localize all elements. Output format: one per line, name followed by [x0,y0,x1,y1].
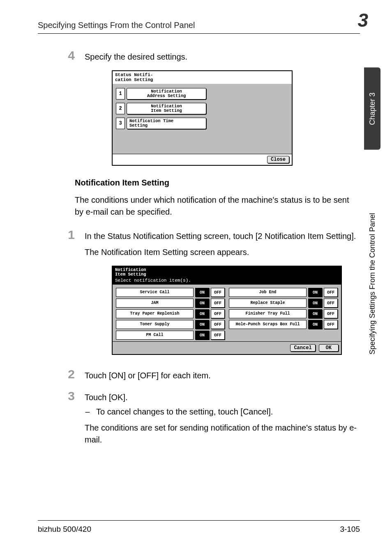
lcd-screenshot-notification-item: Notification Item Setting Select notific… [112,266,360,355]
lcd2-empty-cell [229,331,338,340]
step-3: 3 Touch [OK]. – To cancel changes to the… [38,389,360,446]
on-button[interactable]: ON [195,331,209,340]
on-button[interactable]: ON [195,320,209,329]
off-button[interactable]: OFF [324,288,338,297]
lcd2-cell: JAM ON OFF [116,299,225,308]
step-2: 2 Touch [ON] or [OFF] for each item. [38,367,360,382]
section-heading: Notification Item Setting [75,178,360,188]
dash-icon: – [85,406,90,418]
lcd1-row-index: 2 [116,103,125,114]
item-pm-call: PM Call [116,331,194,340]
step-number: 3 [38,389,75,403]
lcd1-title-line1: Status Notifi- [115,73,289,78]
section-paragraph: The conditions under which notification … [75,194,360,218]
step1-main: In the Status Notification Setting scree… [85,230,360,242]
notification-address-setting-button[interactable]: Notification Address Setting [127,88,206,100]
lcd1-row: 3 Notification Time Setting [116,118,288,129]
lcd1-title-line2: cation Setting [115,78,289,83]
lcd1-btn-line2: Address Setting [129,94,203,98]
on-button[interactable]: ON [308,309,322,318]
notification-time-setting-button[interactable]: Notification Time Setting [127,118,206,129]
close-button[interactable]: Close [267,156,289,163]
ok-button[interactable]: OK [319,344,339,352]
item-finisher-tray-full: Finisher Tray Full [229,309,307,318]
off-button[interactable]: OFF [211,331,225,340]
lcd1-btn-line2: Item Setting [129,109,203,113]
lcd1-row-index: 1 [116,88,125,100]
lcd1-row-index: 3 [116,118,125,129]
off-button[interactable]: OFF [211,299,225,308]
lcd2-subtitle: Select notification item(s). [113,278,341,285]
footer-right: 3-105 [340,525,360,534]
lcd2-cell: Finisher Tray Full ON OFF [229,309,338,318]
on-button[interactable]: ON [308,299,322,308]
lcd-screenshot-status-notification: Status Notifi- cation Setting 1 Notifica… [112,70,360,166]
lcd1-body: 1 Notification Address Setting 2 Notific… [113,84,292,154]
running-title: Specifying Settings From the Control Pan… [38,21,195,30]
notification-item-setting-button[interactable]: Notification Item Setting [127,103,206,114]
header-row: Specifying Settings From the Control Pan… [38,21,360,34]
on-button[interactable]: ON [308,320,322,329]
item-replace-staple: Replace Staple [229,299,307,308]
lcd1-row: 1 Notification Address Setting [116,88,288,100]
lcd2-title-line2: Item Setting [115,272,339,277]
step-number: 2 [38,367,75,381]
off-button[interactable]: OFF [324,309,338,318]
lcd1-panel: Status Notifi- cation Setting 1 Notifica… [112,70,293,166]
off-button[interactable]: OFF [211,320,225,329]
on-button[interactable]: ON [195,299,209,308]
page-footer: bizhub 500/420 3-105 [38,520,360,534]
lcd2-cell: Toner Supply ON OFF [116,320,225,329]
on-button[interactable]: ON [195,288,209,297]
on-button[interactable]: ON [308,288,322,297]
item-toner-supply: Toner Supply [116,320,194,329]
item-job-end: Job End [229,288,307,297]
step-1: 1 In the Status Notification Setting scr… [38,228,360,258]
lcd2-grid: Service Call ON OFF Job End ON OFF JAM [116,288,338,340]
step-text: Specify the desired settings. [85,49,360,63]
step-text: Touch [ON] or [OFF] for each item. [85,367,360,382]
lcd2-cell: Replace Staple ON OFF [229,299,338,308]
lcd2-cell: Hole-Punch Scraps Box Full ON OFF [229,320,338,329]
lcd2-body: Service Call ON OFF Job End ON OFF JAM [113,285,341,341]
step1-sub: The Notification Item Setting screen app… [85,246,360,258]
step-text: In the Status Notification Setting scree… [85,228,360,258]
footer-left: bizhub 500/420 [38,525,91,534]
step-number: 4 [38,49,75,63]
lcd1-btn-line2: Setting [129,123,203,128]
lcd2-cell: Service Call ON OFF [116,288,225,297]
lcd2-cell: PM Call ON OFF [116,331,225,340]
item-jam: JAM [116,299,194,308]
item-hole-punch-scraps: Hole-Punch Scraps Box Full [229,320,307,329]
lcd2-footer: Cancel OK [113,341,341,354]
step3-dash-row: – To cancel changes to the setting, touc… [85,406,360,418]
lcd2-title-line1: Notification [115,268,339,272]
lcd1-title: Status Notifi- cation Setting [113,71,292,84]
lcd2-panel: Notification Item Setting Select notific… [112,266,342,355]
lcd2-cell: Job End ON OFF [229,288,338,297]
item-service-call: Service Call [116,288,194,297]
lcd1-footer: Close [113,154,292,165]
lcd2-title: Notification Item Setting [113,266,341,278]
cancel-button[interactable]: Cancel [290,344,315,352]
step3-after: The conditions are set for sending notif… [85,422,360,446]
step-text: Touch [OK]. – To cancel changes to the s… [85,389,360,446]
step-number: 1 [38,228,75,242]
step3-main: Touch [OK]. [85,392,360,403]
off-button[interactable]: OFF [324,299,338,308]
lcd2-cell: Tray Paper Replenish ON OFF [116,309,225,318]
off-button[interactable]: OFF [324,320,338,329]
step-4: 4 Specify the desired settings. [38,49,360,63]
on-button[interactable]: ON [195,309,209,318]
content: 4 Specify the desired settings. Status N… [38,49,360,446]
lcd1-row: 2 Notification Item Setting [116,103,288,114]
page: Specifying Settings From the Control Pan… [0,0,392,556]
section-tab: Specifying Settings From the Control Pan… [364,173,380,395]
item-tray-paper-replenish: Tray Paper Replenish [116,309,194,318]
chapter-tab: Chapter 3 [364,67,380,150]
step3-dash-text: To cancel changes to the setting, touch … [96,406,273,418]
off-button[interactable]: OFF [211,309,225,318]
chapter-corner-number: 3 [357,9,368,31]
off-button[interactable]: OFF [211,288,225,297]
